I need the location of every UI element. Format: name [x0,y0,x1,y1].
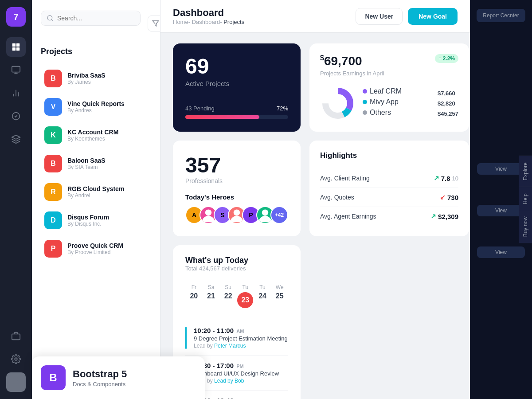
nav-icon-chart[interactable] [6,83,26,103]
highlight-row-rating: Avg. Client Rating ↗ 7.8 10 [320,169,458,188]
nav-icon-check[interactable] [6,106,26,126]
avatar-more: +42 [270,206,288,224]
nav-icon-grid[interactable] [6,60,26,80]
earnings-val-leaf: $7,660 [438,90,458,97]
earnings-badge: ↑ 2.2% [435,54,458,63]
event-lead-link-1[interactable]: Peter Marcus [214,343,246,349]
event-time-3: 12:00 - 13:40 AM [194,397,276,399]
dashboard-grid: 69 Active Projects 43 Pending 72% $69,70… [160,33,470,399]
avatars-row: A S P +42 [185,206,288,224]
whatsup-title: What's up Today [185,256,288,265]
report-center-button[interactable]: Report Cecnter [477,9,525,22]
search-input[interactable] [57,15,135,22]
breadcrumb-dashboard: Dashboard- [192,19,222,25]
cal-day-23-today[interactable]: Tu 23 [237,281,254,312]
event-lead-2: Lead by Lead by Bob [194,378,279,384]
search-icon [47,15,54,22]
header-title-block: Dashboard Home- Dashboard- Projects [173,7,356,25]
highlight-value-earnings: ↗ $2,309 [430,212,458,220]
highlight-row-quotes: Avg. Quotes ↙ 730 [320,188,458,207]
filter-button[interactable] [148,16,160,31]
active-projects-number: 69 [185,56,288,77]
svg-point-22 [205,209,211,215]
event-name-2: Dashboard UI/UX Design Review [194,370,279,377]
earnings-val-mivy: $2,820 [438,100,458,107]
event-lead-link-2[interactable]: Lead by Bob [214,378,244,384]
project-item[interactable]: K KC Account CRM By Keenthemes [41,122,151,149]
svg-rect-1 [16,43,20,47]
cal-day-20[interactable]: Fr 20 [185,281,203,312]
nav-icon-briefcase[interactable] [6,326,26,346]
donut-section: Leaf CRM Mivy App Others $7,660 $2,820 $… [320,86,458,121]
svg-point-23 [234,209,240,215]
svg-rect-2 [12,47,16,51]
svg-marker-17 [153,21,158,26]
user-avatar-bottom[interactable] [6,372,26,392]
project-item[interactable]: B Briviba SaaS By James [41,65,151,92]
event-lead-1: Lead by Peter Marcus [194,343,288,349]
project-item[interactable]: D Disqus Forum By Disqus Inc. [41,207,151,234]
project-item[interactable]: P Proove Quick CRM By Proove Limited [41,235,151,262]
svg-point-14 [14,379,17,382]
donut-chart [320,86,356,121]
professionals-label: Professionals [185,177,288,184]
header-actions: New User New Goal [356,8,458,25]
active-projects-label: Active Projects [185,80,288,87]
new-user-button[interactable]: New User [356,8,403,25]
tab-buy-now[interactable]: Buy now [519,211,532,243]
svg-marker-11 [12,135,20,139]
view-button-2[interactable]: View [477,205,525,216]
earnings-amount: $69,700 [320,54,384,68]
search-bar[interactable] [41,11,141,26]
view-button-3[interactable]: View [477,246,525,258]
project-icon-rgb: R [44,183,62,201]
legend-item-leaf: Leaf CRM [363,87,430,95]
project-icon-briviba: B [44,70,62,87]
cal-day-22[interactable]: Su 22 [219,281,237,312]
arrow-up-icon: ↗ [434,174,439,182]
heroes-title: Today's Heroes [185,193,288,201]
highlight-value-rating: ↗ 7.8 10 [434,174,458,182]
breadcrumb-active: Projects [223,19,244,25]
project-icon-vine: V [44,98,62,116]
progress-bar-bg [185,115,288,119]
cal-day-21[interactable]: Sa 21 [203,281,220,312]
bootstrap-icon: B [41,365,66,390]
nav-icon-dashboard[interactable] [6,37,26,57]
svg-rect-12 [12,334,20,340]
new-goal-button[interactable]: New Goal [408,8,458,25]
pending-label: 43 Pending [185,105,215,112]
side-tabs: Explore Help Buy now [519,156,532,243]
highlights-title: Highlights [320,151,458,160]
project-icon-disqus: D [44,211,62,229]
active-projects-card: 69 Active Projects 43 Pending 72% [173,43,301,132]
nav-icon-layers[interactable] [6,129,26,149]
project-item[interactable]: B Baloon SaaS By SIA Team [41,150,151,177]
event-time-2: 16:30 - 17:00 PM [194,362,279,369]
calendar-row: Fr 20 Sa 21 Su 22 Tu 23 Tu 24 [185,281,288,312]
projects-panel: Projects B Briviba SaaS By James V Vine … [32,0,160,399]
nav-icon-settings[interactable] [6,349,26,369]
svg-point-13 [15,358,17,360]
cal-day-24[interactable]: Tu 24 [254,281,271,312]
highlights-card: Highlights Avg. Client Rating ↗ 7.8 10 A… [309,141,469,236]
breadcrumb-home: Home- [173,19,190,25]
project-item[interactable]: V Vine Quick Reports By Andres [41,94,151,120]
view-button-1[interactable]: View [477,163,525,175]
event-line-1 [185,327,187,349]
project-item[interactable]: R RGB Cloud System By Andrei [41,179,151,205]
bottom-overlay: B Bootstrap 5 Docs & Components [32,356,205,399]
pending-pct: 72% [277,105,288,112]
tab-explore[interactable]: Explore [519,156,532,187]
project-icon-kc: K [44,126,62,144]
tab-help[interactable]: Help [519,187,532,211]
legend-item-others: Others [363,109,430,117]
project-icon-baloon: B [44,155,62,172]
cal-day-25[interactable]: We 25 [271,281,288,312]
arrow-down-icon: ↙ [440,193,446,201]
svg-rect-4 [12,66,20,72]
earnings-val-others: $45,257 [438,110,458,117]
nav-avatar[interactable]: 7 [6,7,26,27]
legend-dot-others [363,110,367,115]
event-item-1: 10:20 - 11:00 AM 9 Degree Project Estima… [185,321,288,356]
